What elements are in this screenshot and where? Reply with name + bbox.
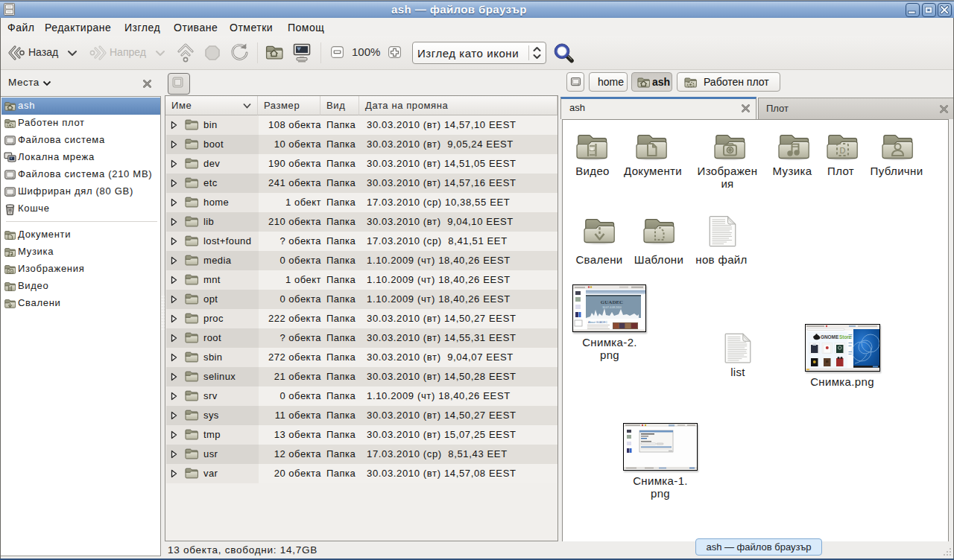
- svg-text:30.07-4.08.2010: 30.07-4.08.2010: [602, 306, 622, 309]
- svg-text:GUADEC: GUADEC: [601, 299, 623, 305]
- svg-text:About GUADEC: About GUADEC: [588, 321, 607, 324]
- svg-text:Store: Store: [839, 334, 852, 340]
- svg-text:GNOME: GNOME: [821, 334, 839, 340]
- svg-text:D: D: [840, 146, 846, 155]
